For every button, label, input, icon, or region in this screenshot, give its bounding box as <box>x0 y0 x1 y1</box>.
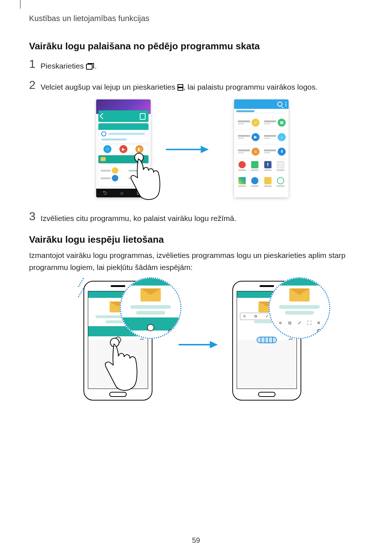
page: Kustības un lietojamības funkcijas Vairā… <box>0 0 392 554</box>
nav-back-icon: ⮌ <box>103 190 107 196</box>
search-icon <box>168 329 173 334</box>
android-navbar: ⮌ ⌂ ☰✕ <box>96 189 151 197</box>
page-number: 59 <box>192 536 200 545</box>
step-1-number: 1 <box>29 58 36 70</box>
multiwindow-handle-expanded-icon <box>257 337 277 343</box>
recent-card-quicktoggles: ⎍▶◧ <box>98 144 148 154</box>
drag-content-icon: ⧉ <box>287 320 293 325</box>
zoom-bubble-before <box>120 277 181 339</box>
close-icon: ✕ <box>315 320 322 325</box>
step-2: 2 Velciet augšup vai lejup un pieskariet… <box>29 79 318 94</box>
recent-card-myfiles-header <box>98 155 148 163</box>
recent-card-settings <box>98 123 148 143</box>
svg-marker-5 <box>201 146 209 153</box>
step-3-number: 3 <box>29 210 36 222</box>
nav-home-icon: ⌂ <box>121 190 123 196</box>
section2-heading: Vairāku logu iespēju lietošana <box>29 234 164 245</box>
step-1-text: Pieskarieties . <box>41 58 97 73</box>
recent-apps-icon <box>86 61 95 73</box>
step-2-number: 2 <box>29 79 36 91</box>
step-2-text-b: , lai palaistu programmu vairākos logos. <box>183 83 318 91</box>
step-3: 3 Izvēlieties citu programmu, ko palaist… <box>29 210 236 224</box>
multiwindow-icon <box>177 82 183 94</box>
maximize-icon: ⛶ <box>306 320 313 325</box>
breadcrumb: Kustības un lietojamības funkcijas <box>29 14 149 23</box>
step-1: 1 Pieskarieties . <box>29 58 97 73</box>
recent-card-myfiles-grid <box>98 165 148 186</box>
step-2-text: Velciet augšup vai lejup un pieskarietie… <box>41 79 318 94</box>
svg-rect-2 <box>178 88 183 90</box>
section2-paragraph: Izmantojot vairāku logu programmas, izvē… <box>29 250 359 273</box>
drag-content-icon: ⧉ <box>253 314 258 319</box>
zoom-bubble-after: ⤮ ⧉ ⤢ ⛶ ✕ <box>269 277 330 339</box>
minimize-icon: ⤢ <box>264 314 269 318</box>
step-3-text: Izvēlieties citu programmu, ko palaist v… <box>41 210 236 224</box>
svg-rect-1 <box>178 85 183 87</box>
swap-windows-icon: ⤮ <box>242 314 247 318</box>
step-1-text-a: Pieskarieties <box>41 62 86 70</box>
figure-recent-to-multiwindow: ⎍▶◧ ⮌ ⌂ ☰✕ <box>96 98 296 203</box>
multiwindow-handle-icon <box>115 337 121 343</box>
swap-windows-icon: ⤮ <box>277 320 283 325</box>
svg-rect-0 <box>86 64 92 69</box>
recent-card-header <box>98 110 148 122</box>
nav-close-all-icon: ☰✕ <box>136 190 144 196</box>
step-2-text-a: Velciet augšup vai lejup un pieskarietie… <box>41 83 177 91</box>
more-icon <box>285 102 286 107</box>
screenshot-myfiles-app: ✓ ▦ ▶ ♪ ≡ ⬇ f <box>234 99 289 197</box>
multiwindow-toolbar: ⤮ ⧉ ⤢ ⛶ ✕ <box>275 318 324 328</box>
screenshot-recent-apps: ⎍▶◧ ⮌ ⌂ ☰✕ <box>96 99 151 197</box>
search-icon <box>317 329 322 334</box>
svg-marker-8 <box>210 341 218 348</box>
section1-heading: Vairāku logu palaišana no pēdējo program… <box>29 41 260 52</box>
margin-rule <box>20 0 21 9</box>
multiwindow-handle-icon <box>147 324 154 331</box>
arrow-right-icon <box>165 145 209 154</box>
search-icon <box>277 102 282 107</box>
figure-multiwindow-handle: ⤮ ⧉ ⤢ ⛶ ✕ ⤮ <box>80 279 312 403</box>
step-1-text-b: . <box>95 62 97 70</box>
minimize-icon: ⤢ <box>296 320 303 325</box>
arrow-right-icon <box>178 340 218 349</box>
